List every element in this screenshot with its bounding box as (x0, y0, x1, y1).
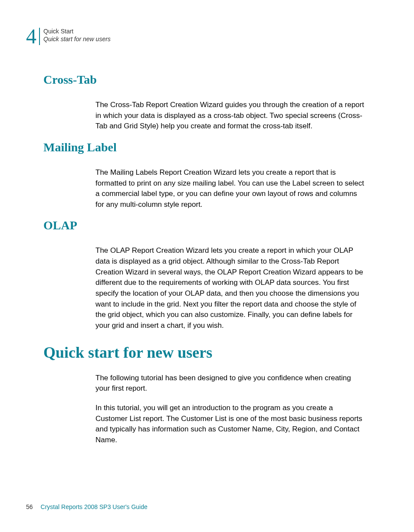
header-text-block: Quick Start Quick start for new users (43, 26, 111, 43)
heading-mailing-label: Mailing Label (43, 140, 375, 154)
heading-cross-tab: Cross-Tab (43, 73, 375, 87)
chapter-number: 4 (26, 26, 36, 47)
footer-guide-title: Crystal Reports 2008 SP3 User's Guide (41, 503, 148, 510)
heading-quick-start-new-users: Quick start for new users (43, 343, 375, 362)
heading-olap: OLAP (43, 219, 375, 232)
page-header: 4 Quick Start Quick start for new users (26, 26, 375, 47)
header-chapter-title: Quick Start (43, 27, 111, 35)
body-mailing-label: The Mailing Labels Report Creation Wizar… (95, 167, 366, 210)
body-olap: The OLAP Report Creation Wizard lets you… (95, 245, 366, 331)
body-quick-start-intro-1: The following tutorial has been designed… (95, 373, 366, 394)
body-quick-start-intro-2: In this tutorial, you will get an introd… (95, 403, 366, 446)
page-footer: 56 Crystal Reports 2008 SP3 User's Guide (26, 503, 148, 510)
body-cross-tab: The Cross-Tab Report Creation Wizard gui… (95, 100, 366, 132)
header-section-subtitle: Quick start for new users (43, 35, 111, 43)
page-number: 56 (26, 503, 33, 510)
header-divider (39, 28, 40, 45)
